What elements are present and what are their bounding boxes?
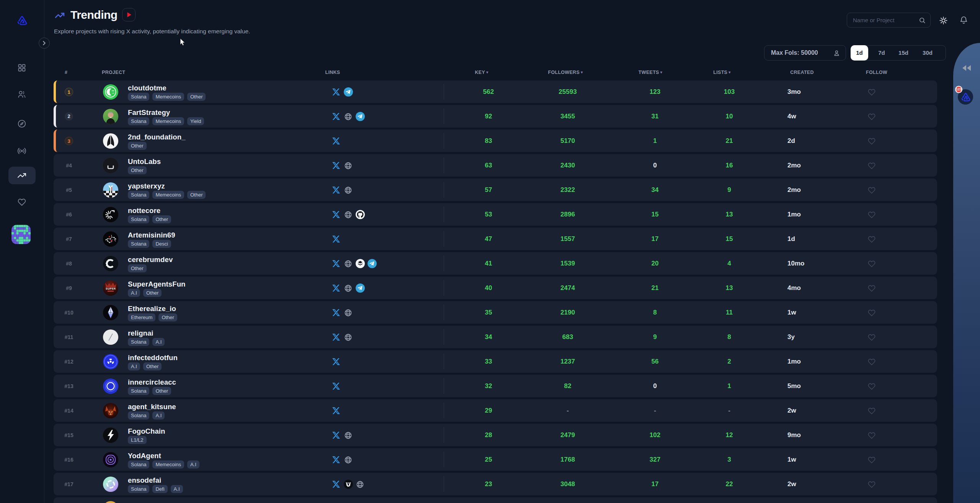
svg-text:SUPER: SUPER (106, 287, 116, 290)
